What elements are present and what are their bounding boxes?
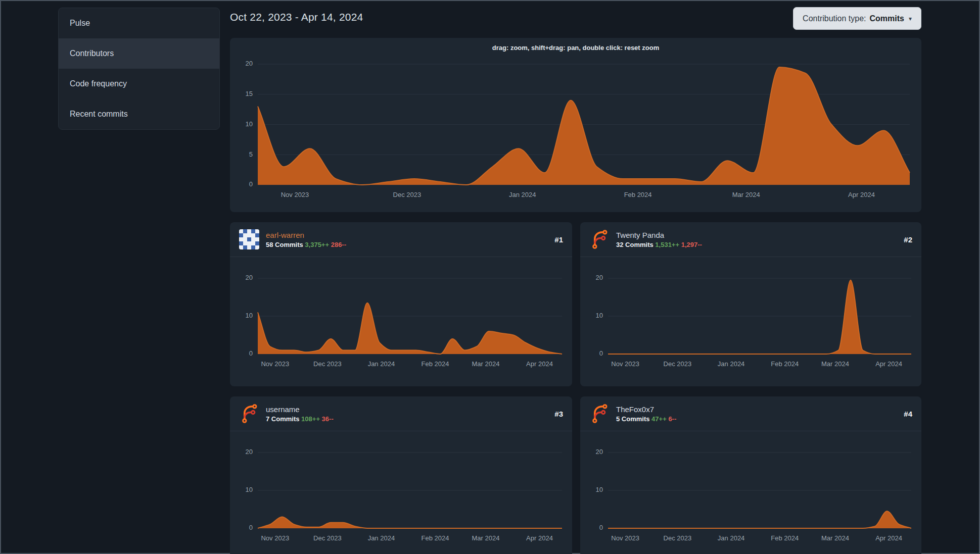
sidebar-item-label: Recent commits — [70, 110, 128, 119]
svg-text:Nov 2023: Nov 2023 — [611, 360, 639, 368]
commit-count: 5 Commits — [616, 415, 649, 423]
svg-text:Apr 2024: Apr 2024 — [848, 191, 875, 198]
activity-sidebar: Pulse Contributors Code frequency Recent… — [58, 8, 220, 130]
contributor-name-link[interactable]: TheFox0x7 — [616, 405, 676, 414]
svg-text:10: 10 — [246, 486, 253, 493]
additions-count: 47++ — [651, 415, 667, 423]
svg-text:10: 10 — [596, 312, 603, 319]
contributor-stats: 5 Commits 47++ 6-- — [616, 415, 676, 423]
contributor-commits-chart[interactable]: 01020Nov 2023Dec 2023Jan 2024Feb 2024Mar… — [230, 268, 572, 382]
deletions-count: 6-- — [668, 415, 676, 423]
svg-text:Feb 2024: Feb 2024 — [422, 534, 449, 542]
contributor-card-header: username 7 Commits 108++ 36-- #3 — [230, 396, 572, 431]
contribution-type-value: Commits — [870, 14, 904, 23]
contributor-rank-badge: #4 — [904, 410, 912, 418]
svg-text:5: 5 — [249, 150, 253, 158]
svg-text:0: 0 — [249, 349, 253, 357]
svg-text:10: 10 — [246, 120, 253, 128]
contribution-type-label: Contribution type: — [803, 14, 866, 23]
contributor-identity: username 7 Commits 108++ 36-- — [266, 405, 334, 423]
sidebar-item-contributors[interactable]: Contributors — [59, 38, 219, 69]
svg-text:Mar 2024: Mar 2024 — [821, 360, 849, 368]
svg-text:Jan 2024: Jan 2024 — [368, 534, 395, 542]
svg-text:20: 20 — [246, 274, 253, 281]
svg-text:Mar 2024: Mar 2024 — [732, 191, 760, 198]
forgejo-logo-icon — [239, 404, 259, 424]
contributor-stats: 58 Commits 3,375++ 286-- — [266, 241, 346, 248]
chevron-down-icon: ▾ — [909, 15, 912, 22]
contributor-rank-badge: #3 — [554, 410, 563, 418]
contributor-card: earl-warren 58 Commits 3,375++ 286-- #1 … — [230, 222, 572, 386]
svg-text:20: 20 — [596, 274, 603, 281]
additions-count: 3,375++ — [305, 241, 329, 248]
forgejo-logo-avatar[interactable] — [239, 404, 259, 424]
svg-text:Feb 2024: Feb 2024 — [422, 360, 449, 368]
sidebar-item-label: Contributors — [70, 49, 114, 58]
svg-text:20: 20 — [246, 60, 253, 67]
chart-zoom-hint: drag: zoom, shift+drag: pan, double clic… — [230, 43, 921, 53]
svg-text:Dec 2023: Dec 2023 — [393, 191, 422, 198]
contributor-card: TheFox0x7 5 Commits 47++ 6-- #4 01020Nov… — [580, 396, 921, 554]
sidebar-item-label: Pulse — [70, 19, 90, 28]
contributor-stats: 7 Commits 108++ 36-- — [266, 415, 334, 423]
contributor-card-header: TheFox0x7 5 Commits 47++ 6-- #4 — [580, 396, 921, 431]
contributor-cards-grid: earl-warren 58 Commits 3,375++ 286-- #1 … — [230, 222, 921, 554]
svg-text:20: 20 — [596, 448, 603, 456]
identicon-avatar[interactable] — [239, 229, 259, 249]
svg-text:Apr 2024: Apr 2024 — [875, 534, 902, 542]
svg-text:Jan 2024: Jan 2024 — [368, 360, 395, 368]
contributor-card: username 7 Commits 108++ 36-- #3 01020No… — [230, 396, 572, 554]
contributor-commits-chart[interactable]: 01020Nov 2023Dec 2023Jan 2024Feb 2024Mar… — [230, 442, 572, 554]
commit-count: 32 Commits — [616, 241, 654, 248]
svg-text:Feb 2024: Feb 2024 — [771, 360, 799, 368]
forgejo-logo-avatar[interactable] — [589, 229, 610, 249]
svg-text:10: 10 — [246, 312, 253, 319]
additions-count: 1,531++ — [655, 241, 679, 248]
forgejo-logo-icon — [589, 229, 610, 249]
svg-text:Mar 2024: Mar 2024 — [821, 534, 849, 542]
contributor-rank-badge: #1 — [554, 235, 563, 244]
sidebar-item-pulse[interactable]: Pulse — [59, 8, 219, 38]
forgejo-logo-icon — [589, 404, 610, 424]
svg-text:0: 0 — [249, 180, 253, 188]
contributor-rank-badge: #2 — [904, 235, 912, 244]
svg-text:Feb 2024: Feb 2024 — [624, 191, 652, 198]
main-content: Oct 22, 2023 - Apr 14, 2024 Contribution… — [230, 7, 921, 554]
contributor-name-link[interactable]: username — [266, 405, 334, 414]
commit-count: 7 Commits — [266, 415, 299, 423]
contributor-commits-chart[interactable]: 01020Nov 2023Dec 2023Jan 2024Feb 2024Mar… — [580, 268, 921, 382]
forgejo-logo-avatar[interactable] — [589, 404, 610, 424]
contributor-name-link[interactable]: Twenty Panda — [616, 231, 702, 239]
contributor-identity: earl-warren 58 Commits 3,375++ 286-- — [266, 231, 346, 248]
svg-text:0: 0 — [599, 349, 603, 357]
sidebar-item-recent-commits[interactable]: Recent commits — [59, 99, 219, 129]
sidebar-item-code-frequency[interactable]: Code frequency — [59, 69, 219, 99]
contributor-card: Twenty Panda 32 Commits 1,531++ 1,297-- … — [580, 222, 921, 386]
contribution-type-dropdown[interactable]: Contribution type: Commits ▾ — [793, 7, 921, 30]
contributor-commits-chart[interactable]: 01020Nov 2023Dec 2023Jan 2024Feb 2024Mar… — [580, 442, 921, 554]
svg-text:Apr 2024: Apr 2024 — [875, 360, 902, 368]
commit-count: 58 Commits — [266, 241, 303, 248]
contributor-name-link[interactable]: earl-warren — [266, 231, 346, 239]
svg-text:20: 20 — [246, 448, 253, 456]
deletions-count: 286-- — [331, 241, 346, 248]
svg-text:Jan 2024: Jan 2024 — [509, 191, 536, 198]
deletions-count: 36-- — [322, 415, 334, 423]
svg-text:Nov 2023: Nov 2023 — [611, 534, 639, 542]
svg-text:Mar 2024: Mar 2024 — [472, 534, 499, 542]
svg-text:0: 0 — [599, 524, 603, 531]
overall-contributions-card: drag: zoom, shift+drag: pan, double clic… — [230, 38, 921, 212]
svg-text:10: 10 — [596, 486, 603, 493]
svg-text:Jan 2024: Jan 2024 — [718, 360, 745, 368]
svg-text:Nov 2023: Nov 2023 — [261, 534, 289, 542]
svg-text:15: 15 — [246, 90, 253, 97]
contributor-identity: TheFox0x7 5 Commits 47++ 6-- — [616, 405, 676, 423]
date-range-title: Oct 22, 2023 - Apr 14, 2024 — [230, 11, 363, 23]
overall-contributions-chart[interactable]: 05101520Nov 2023Dec 2023Jan 2024Feb 2024… — [230, 53, 921, 212]
svg-text:Mar 2024: Mar 2024 — [472, 360, 499, 368]
contributor-card-header: earl-warren 58 Commits 3,375++ 286-- #1 — [230, 222, 572, 257]
svg-text:Nov 2023: Nov 2023 — [281, 191, 309, 198]
svg-text:Jan 2024: Jan 2024 — [718, 534, 745, 542]
additions-count: 108++ — [301, 415, 320, 423]
identicon-image — [239, 229, 259, 249]
